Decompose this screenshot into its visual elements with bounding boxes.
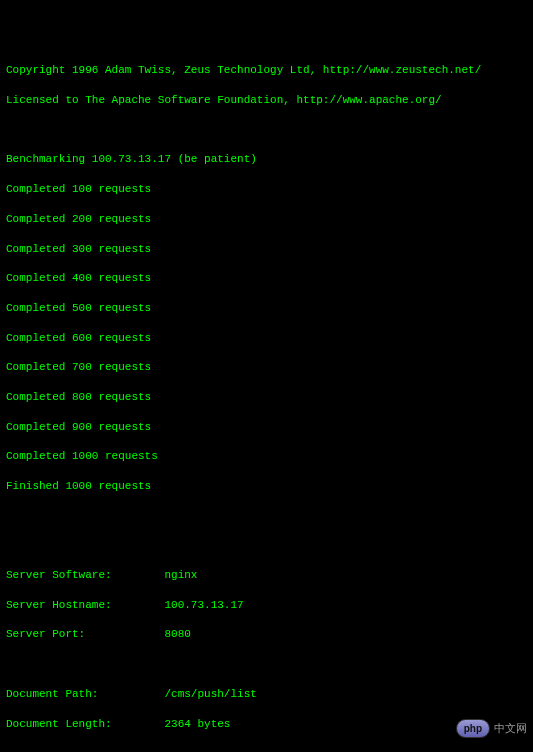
progress-line: Finished 1000 requests <box>6 479 527 494</box>
copyright-line: Copyright 1996 Adam Twiss, Zeus Technolo… <box>6 63 527 78</box>
blank <box>6 123 527 138</box>
benchmark-intro: Benchmarking 100.73.13.17 (be patient) <box>6 152 527 167</box>
label: Document Path: <box>6 688 98 700</box>
label: Server Hostname: <box>6 599 112 611</box>
progress-line: Completed 900 requests <box>6 420 527 435</box>
progress-line: Completed 700 requests <box>6 360 527 375</box>
progress-line: Completed 400 requests <box>6 271 527 286</box>
progress-line: Completed 500 requests <box>6 301 527 316</box>
label: Server Port: <box>6 628 85 640</box>
label: Server Software: <box>6 569 112 581</box>
progress-line: Completed 800 requests <box>6 390 527 405</box>
value: 2364 bytes <box>164 718 230 730</box>
license-line: Licensed to The Apache Software Foundati… <box>6 93 527 108</box>
progress-line: Completed 600 requests <box>6 331 527 346</box>
progress-line: Completed 300 requests <box>6 242 527 257</box>
blank <box>6 538 527 553</box>
server-software: Server Software: nginx <box>6 568 527 583</box>
php-badge-icon: php <box>456 719 490 739</box>
blank <box>6 657 527 672</box>
document-length: Document Length: 2364 bytes <box>6 717 527 732</box>
watermark: php 中文网 <box>456 719 527 739</box>
value: /cms/push/list <box>164 688 256 700</box>
server-port: Server Port: 8080 <box>6 627 527 642</box>
progress-line: Completed 200 requests <box>6 212 527 227</box>
blank <box>6 509 527 524</box>
blank <box>6 746 527 752</box>
value: 8080 <box>164 628 190 640</box>
label: Document Length: <box>6 718 112 730</box>
server-hostname: Server Hostname: 100.73.13.17 <box>6 598 527 613</box>
value: 100.73.13.17 <box>164 599 243 611</box>
document-path: Document Path: /cms/push/list <box>6 687 527 702</box>
value: nginx <box>164 569 197 581</box>
progress-line: Completed 1000 requests <box>6 449 527 464</box>
watermark-text: 中文网 <box>494 721 527 736</box>
progress-line: Completed 100 requests <box>6 182 527 197</box>
